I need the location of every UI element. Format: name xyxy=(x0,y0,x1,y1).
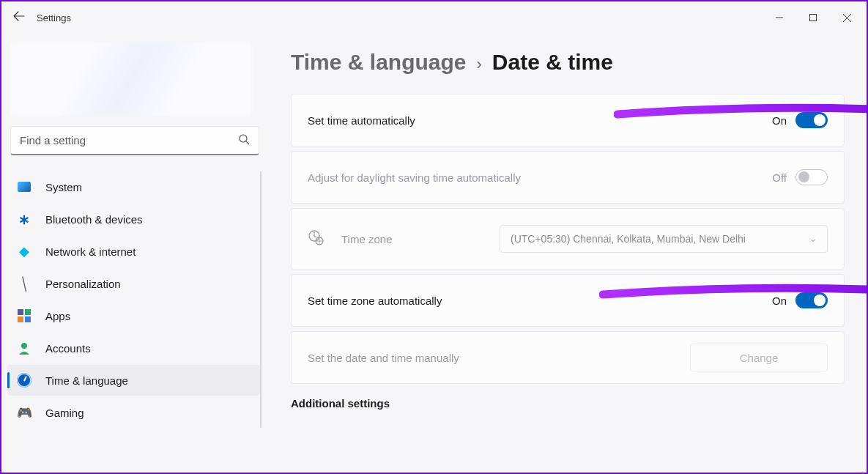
toggle-dst-auto xyxy=(795,169,828,185)
button-label: Change xyxy=(740,352,779,364)
wifi-icon: ◆ xyxy=(16,243,32,259)
person-icon xyxy=(16,340,32,356)
gamepad-icon: 🎮 xyxy=(16,404,32,421)
toggle-state: On xyxy=(772,114,787,127)
toggle-set-time-auto[interactable] xyxy=(795,112,828,128)
change-button: Change xyxy=(690,344,828,371)
maximize-icon xyxy=(809,14,817,21)
page-title: Date & time xyxy=(492,50,613,75)
account-block xyxy=(10,42,252,116)
sidebar: System ∗ Bluetooth & devices ◆ Network &… xyxy=(1,34,269,473)
sidebar-item-label: Time & language xyxy=(45,374,128,387)
setting-set-time-auto: Set time automatically On xyxy=(291,94,845,147)
main: Time & language › Date & time Set time a… xyxy=(269,34,867,473)
window-controls xyxy=(763,6,864,29)
breadcrumb-parent[interactable]: Time & language xyxy=(291,50,467,75)
svg-point-4 xyxy=(240,135,247,142)
search-icon xyxy=(239,134,250,147)
sidebar-item-time-language[interactable]: Time & language xyxy=(7,365,260,396)
sidebar-item-bluetooth[interactable]: ∗ Bluetooth & devices xyxy=(7,204,260,234)
sidebar-item-label: Personalization xyxy=(45,278,121,290)
sidebar-item-accounts[interactable]: Accounts xyxy=(7,333,260,363)
svg-line-5 xyxy=(246,141,249,144)
setting-manual-time: Set the date and time manually Change xyxy=(291,331,845,384)
additional-settings-heading: Additional settings xyxy=(291,397,845,410)
dropdown-value: (UTC+05:30) Chennai, Kolkata, Mumbai, Ne… xyxy=(511,233,746,245)
setting-label: Time zone xyxy=(341,233,500,245)
sidebar-item-personalization[interactable]: ╱ Personalization xyxy=(7,268,260,299)
nav-divider xyxy=(260,171,261,428)
back-button[interactable] xyxy=(4,10,34,25)
setting-set-zone-auto: Set time zone automatically On xyxy=(291,274,845,327)
sidebar-item-system[interactable]: System xyxy=(7,171,260,202)
breadcrumb: Time & language › Date & time xyxy=(291,50,845,75)
sidebar-item-apps[interactable]: Apps xyxy=(7,300,260,331)
sidebar-item-gaming[interactable]: 🎮 Gaming xyxy=(7,397,260,428)
clock-icon xyxy=(16,372,32,388)
sidebar-item-network[interactable]: ◆ Network & internet xyxy=(7,236,260,267)
minimize-button[interactable] xyxy=(763,6,796,29)
close-icon xyxy=(843,14,851,22)
setting-label: Set the date and time manually xyxy=(308,352,690,364)
system-icon xyxy=(16,179,32,195)
timezone-dropdown: (UTC+05:30) Chennai, Kolkata, Mumbai, Ne… xyxy=(500,225,828,253)
brush-icon: ╱ xyxy=(13,273,36,295)
setting-label: Set time zone automatically xyxy=(308,295,772,307)
minimize-icon xyxy=(776,14,783,21)
chevron-down-icon: ⌄ xyxy=(809,234,817,244)
bluetooth-icon: ∗ xyxy=(16,211,32,227)
window-title: Settings xyxy=(37,12,71,23)
svg-point-6 xyxy=(21,343,27,349)
toggle-state: Off xyxy=(772,171,787,184)
chevron-right-icon: › xyxy=(477,55,482,74)
apps-icon xyxy=(16,308,32,324)
setting-label: Set time automatically xyxy=(308,114,772,127)
toggle-state: On xyxy=(772,295,787,307)
sidebar-item-label: Network & internet xyxy=(45,245,136,258)
setting-dst-auto: Adjust for daylight saving time automati… xyxy=(291,151,845,204)
sidebar-item-label: Gaming xyxy=(45,407,84,419)
sidebar-item-label: Accounts xyxy=(45,342,91,355)
titlebar: Settings xyxy=(1,1,867,34)
globe-clock-icon xyxy=(308,229,327,249)
search-box[interactable] xyxy=(10,126,259,155)
nav: System ∗ Bluetooth & devices ◆ Network &… xyxy=(7,171,260,428)
search-input[interactable] xyxy=(20,134,239,147)
toggle-set-zone-auto[interactable] xyxy=(795,292,828,308)
sidebar-item-label: System xyxy=(45,181,82,193)
sidebar-item-label: Apps xyxy=(45,310,70,322)
close-button[interactable] xyxy=(830,6,864,29)
arrow-left-icon xyxy=(13,10,25,22)
sidebar-item-label: Bluetooth & devices xyxy=(45,213,143,226)
content: System ∗ Bluetooth & devices ◆ Network &… xyxy=(1,34,867,473)
setting-label: Adjust for daylight saving time automati… xyxy=(308,171,772,184)
setting-timezone: Time zone (UTC+05:30) Chennai, Kolkata, … xyxy=(291,208,845,270)
maximize-button[interactable] xyxy=(796,6,830,29)
svg-rect-1 xyxy=(810,15,817,21)
